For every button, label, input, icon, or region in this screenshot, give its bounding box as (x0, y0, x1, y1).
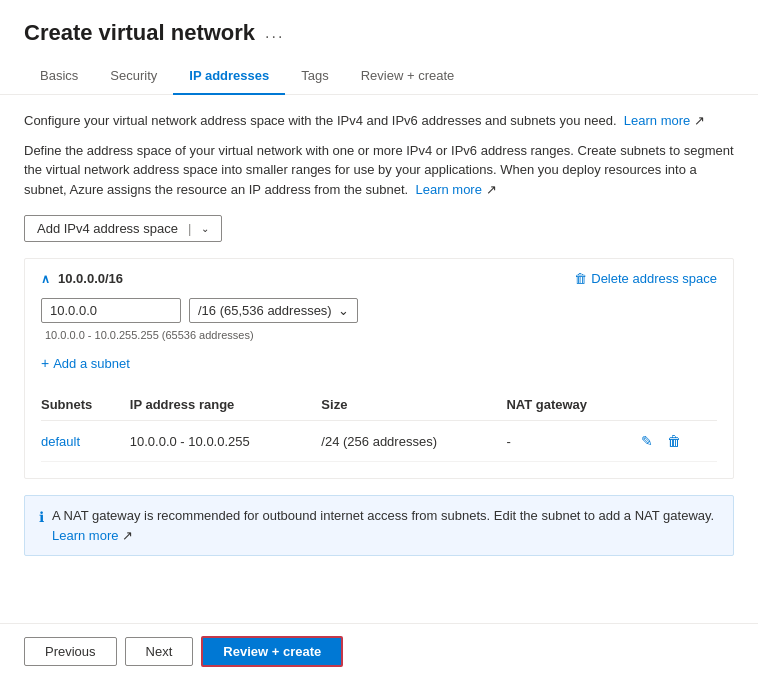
address-space-box: ∧ 10.0.0.0/16 🗑 Delete address space /16… (24, 258, 734, 479)
review-create-button[interactable]: Review + create (201, 636, 343, 667)
address-inputs: /16 (65,536 addresses) ⌄ (41, 298, 717, 323)
action-icons: ✎ 🗑 (639, 431, 709, 451)
tab-basics[interactable]: Basics (24, 58, 94, 95)
tab-ip-addresses[interactable]: IP addresses (173, 58, 285, 95)
delete-icon: 🗑 (667, 433, 681, 449)
description-line1: Configure your virtual network address s… (24, 111, 734, 131)
cidr-chevron-icon: ⌄ (338, 303, 349, 318)
page-header: Create virtual network ... (0, 0, 758, 58)
cidr-dropdown[interactable]: /16 (65,536 addresses) ⌄ (189, 298, 358, 323)
add-address-label: Add IPv4 address space (37, 221, 178, 236)
tab-security[interactable]: Security (94, 58, 173, 95)
info-banner: ℹ A NAT gateway is recommended for outbo… (24, 495, 734, 556)
subnet-nat: - (506, 421, 639, 462)
col-header-ip-range: IP address range (130, 391, 322, 421)
ip-address-input[interactable] (41, 298, 181, 323)
subnets-table: Subnets IP address range Size NAT gatewa… (41, 391, 717, 462)
subnet-name-link[interactable]: default (41, 434, 80, 449)
footer-buttons: Previous Next Review + create (0, 623, 758, 679)
table-row: default 10.0.0.0 - 10.0.0.255 /24 (256 a… (41, 421, 717, 462)
delete-address-space-link[interactable]: 🗑 Delete address space (574, 271, 717, 286)
address-space-header: ∧ 10.0.0.0/16 🗑 Delete address space (41, 271, 717, 286)
previous-button[interactable]: Previous (24, 637, 117, 666)
learn-more-link-2[interactable]: Learn more (415, 182, 481, 197)
tabs-bar: Basics Security IP addresses Tags Review… (0, 58, 758, 95)
edit-icon: ✎ (641, 433, 653, 449)
divider: | (188, 221, 191, 236)
address-cidr-label: 10.0.0.0/16 (58, 271, 123, 286)
address-space-title: ∧ 10.0.0.0/16 (41, 271, 123, 286)
chevron-down-icon: ⌄ (201, 223, 209, 234)
more-options-icon[interactable]: ... (265, 24, 284, 42)
description-line2: Define the address space of your virtual… (24, 141, 734, 200)
add-ipv4-address-button[interactable]: Add IPv4 address space | ⌄ (24, 215, 222, 242)
collapse-icon[interactable]: ∧ (41, 272, 50, 286)
subnet-size: /24 (256 addresses) (321, 421, 506, 462)
col-header-actions (639, 391, 717, 421)
delete-subnet-button[interactable]: 🗑 (665, 431, 683, 451)
content-area: Configure your virtual network address s… (0, 95, 758, 588)
learn-more-link-3[interactable]: Learn more (52, 528, 118, 543)
tab-review-create[interactable]: Review + create (345, 58, 471, 95)
page-title: Create virtual network (24, 20, 255, 46)
col-header-subnets: Subnets (41, 391, 130, 421)
info-icon: ℹ (39, 507, 44, 528)
add-subnet-button[interactable]: + Add a subnet (41, 351, 130, 375)
info-text: A NAT gateway is recommended for outboun… (52, 506, 719, 545)
plus-icon: + (41, 355, 49, 371)
address-hint: 10.0.0.0 - 10.0.255.255 (65536 addresses… (41, 329, 717, 341)
col-header-size: Size (321, 391, 506, 421)
edit-subnet-button[interactable]: ✎ (639, 431, 655, 451)
trash-icon: 🗑 (574, 271, 587, 286)
col-header-nat: NAT gateway (506, 391, 639, 421)
tab-tags[interactable]: Tags (285, 58, 344, 95)
learn-more-link-1[interactable]: Learn more (624, 113, 690, 128)
subnet-ip-range: 10.0.0.0 - 10.0.0.255 (130, 421, 322, 462)
next-button[interactable]: Next (125, 637, 194, 666)
